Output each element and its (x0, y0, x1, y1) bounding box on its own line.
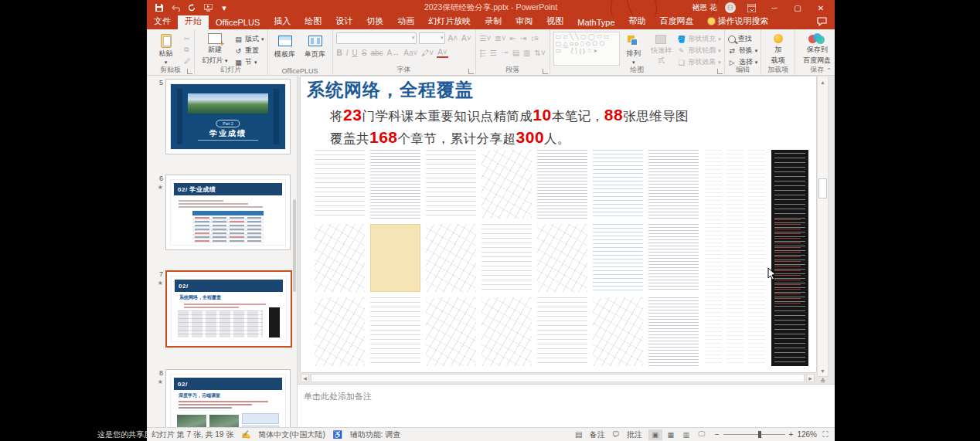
scroll-up-icon[interactable]: ▲ (818, 76, 828, 87)
shape-outline-button[interactable]: ✎形状轮廓▾ (677, 46, 721, 56)
italic-button[interactable]: I (345, 49, 349, 57)
reading-view-button[interactable]: ▥ (679, 429, 693, 440)
thumbnail-slide-5[interactable]: 5 Part 2 学业成绩 (153, 79, 291, 154)
spellcheck-icon[interactable]: ✍ (241, 430, 250, 439)
strikethrough-button[interactable]: S (361, 49, 368, 57)
drawing-dialog-launcher[interactable] (717, 69, 723, 74)
collapse-ribbon-icon[interactable]: ⌃ (826, 67, 832, 74)
thumbnail-slide-8[interactable]: 8★ 02/ 深度学习，云端课堂 (153, 369, 291, 427)
repeat-icon[interactable] (187, 3, 196, 12)
font-name-combo[interactable] (336, 32, 417, 44)
align-center-icon[interactable]: ☰ (489, 49, 498, 57)
zoom-slider[interactable] (723, 434, 785, 435)
scroll-down-icon[interactable]: ▼ (818, 365, 828, 376)
text-direction-icon[interactable]: ⇅˅ (534, 49, 546, 57)
underline-button[interactable]: U (352, 49, 359, 57)
columns-icon[interactable]: ▥ (522, 49, 531, 57)
slide-body-text[interactable]: 将23门学科课本重要知识点精简成10本笔记，88张思维导图 覆盖共168个章节，… (330, 104, 689, 149)
shape-fill-button[interactable]: 🪣形状填充▾ (677, 34, 721, 44)
slide-thumbnail-panel[interactable]: 5 Part 2 学业成绩 6★ 02/ 学业成绩 (147, 76, 298, 427)
addins-button[interactable]: 加 载项 (764, 32, 791, 66)
previous-slide-button[interactable]: ≙ (820, 378, 825, 384)
paste-button[interactable]: 粘贴▾ (150, 32, 182, 66)
bullets-icon[interactable]: ☰˅ (479, 34, 492, 42)
arrange-button[interactable]: 排列▾ (622, 32, 645, 66)
vertical-scrollbar[interactable]: ▲ ▼ (817, 76, 829, 377)
tab-file[interactable]: 文件 (147, 14, 178, 29)
copy-icon[interactable]: ⧉ (184, 45, 191, 54)
paragraph-dialog-launcher[interactable] (543, 69, 548, 74)
thumbnail-scrollbar[interactable] (293, 199, 296, 292)
scroll-left-icon[interactable]: ◀ (301, 374, 309, 382)
tab-insert[interactable]: 插入 (267, 14, 298, 29)
user-name[interactable]: 褚恩 花 (692, 2, 717, 13)
minimize-button[interactable]: ─ (767, 2, 782, 13)
shapes-gallery[interactable]: ▭ ▱ ╲ ╲ ▢ ◯ ⬭ ▭▢ △ ⫏ ⫐ ⬯ ◇ ⬠ ⬡▭ ⌒ ⟅ ⟆ { … (553, 32, 620, 66)
close-button[interactable]: ✕ (813, 2, 829, 13)
font-size-combo[interactable] (419, 32, 445, 44)
scroll-right-icon[interactable]: ▶ (806, 374, 815, 382)
comments-icon[interactable] (817, 17, 827, 28)
character-spacing-icon[interactable]: A↔ (386, 49, 401, 57)
tab-review[interactable]: 审阅 (509, 14, 539, 29)
align-right-icon[interactable]: ⭲ (500, 49, 509, 57)
comments-toggle[interactable]: 批注 (627, 429, 642, 440)
decrease-indent-icon[interactable]: ⇤ (509, 34, 517, 42)
language-indicator[interactable]: 简体中文(中国大陆) (258, 429, 325, 440)
increase-indent-icon[interactable]: ⇥ (519, 34, 527, 42)
increase-font-icon[interactable]: A˄ (447, 34, 459, 42)
tab-help[interactable]: 帮助 (622, 14, 653, 29)
zoom-slider-thumb[interactable] (758, 431, 761, 438)
maximize-button[interactable]: ▢ (790, 2, 805, 13)
align-left-icon[interactable]: ⬱ (479, 49, 487, 58)
thumbnail-slide-7-selected[interactable]: 7★ 02/ 系统网络，全程覆盖 (153, 270, 292, 348)
tab-draw[interactable]: 绘图 (298, 14, 328, 29)
slideshow-view-button[interactable]: 🖵 (695, 429, 709, 440)
tab-animations[interactable]: 动画 (390, 14, 421, 29)
zoom-out-button[interactable]: − (715, 430, 720, 439)
slide-sorter-view-button[interactable]: ▦ (664, 429, 678, 440)
clipboard-dialog-launcher[interactable] (187, 69, 192, 74)
tab-home[interactable]: 开始 (178, 14, 209, 29)
line-spacing-icon[interactable]: ↕≡ (529, 34, 539, 42)
start-slideshow-icon[interactable] (203, 3, 213, 12)
clear-formatting-icon[interactable]: abc (369, 49, 383, 57)
save-to-baidu-button[interactable]: 保存到 百度网盘 (798, 32, 835, 66)
save-icon[interactable] (155, 3, 164, 12)
new-slide-button[interactable]: 新建 幻灯片 ▾ (198, 32, 232, 66)
ribbon-display-options-icon[interactable] (744, 2, 759, 13)
cut-icon[interactable]: ✂ (184, 34, 191, 43)
bold-button[interactable]: B (336, 49, 343, 57)
scrollbar-thumb[interactable] (818, 178, 827, 198)
quick-styles-button[interactable]: 快速样式 (648, 32, 675, 66)
numbering-icon[interactable]: ≣˅ (494, 34, 506, 42)
tab-design[interactable]: 设计 (328, 14, 359, 29)
horizontal-scrollbar[interactable]: ◀ ▶ (301, 374, 815, 382)
notes-placeholder[interactable]: 单击此处添加备注 (304, 391, 372, 402)
tab-baidu-netdisk[interactable]: 百度网盘 (653, 14, 701, 29)
tab-mathtype[interactable]: MathType (570, 16, 621, 29)
user-avatar[interactable]: ⚇ (725, 2, 736, 13)
notes-pane[interactable]: 单击此处添加备注 (298, 384, 835, 427)
change-case-icon[interactable]: Aa˅ (403, 49, 418, 57)
layout-button[interactable]: ▤版式▾ (234, 34, 264, 44)
tab-transitions[interactable]: 切换 (359, 14, 390, 29)
notes-toggle[interactable]: 备注 (590, 429, 605, 440)
customize-qat-icon[interactable]: ▾ (219, 3, 229, 12)
zoom-level[interactable]: 126% (797, 430, 817, 439)
undo-icon[interactable] (171, 3, 180, 12)
normal-view-button[interactable]: ▣ (648, 429, 662, 440)
thumbnail-slide-6[interactable]: 6★ 02/ 学业成绩 (153, 175, 291, 250)
replace-button[interactable]: ⇄替换▾ (728, 46, 758, 56)
tell-me-search[interactable]: 操作说明搜索 (701, 14, 776, 29)
reset-button[interactable]: ↺重置 (234, 46, 264, 56)
highlight-color-icon[interactable]: 🖍˅ (420, 49, 434, 57)
accessibility-status[interactable]: 辅助功能: 调查 (350, 429, 401, 440)
zoom-in-button[interactable]: + (789, 430, 794, 439)
template-library-button[interactable]: 模板库 (271, 32, 299, 66)
tab-record[interactable]: 录制 (478, 14, 509, 29)
fit-to-window-icon[interactable]: ⛶ (821, 430, 830, 439)
slide-title[interactable]: 系统网络，全程覆盖 (307, 78, 474, 102)
justify-icon[interactable]: ▤ (512, 49, 520, 57)
tab-officeplus[interactable]: OfficePLUS (209, 16, 267, 29)
